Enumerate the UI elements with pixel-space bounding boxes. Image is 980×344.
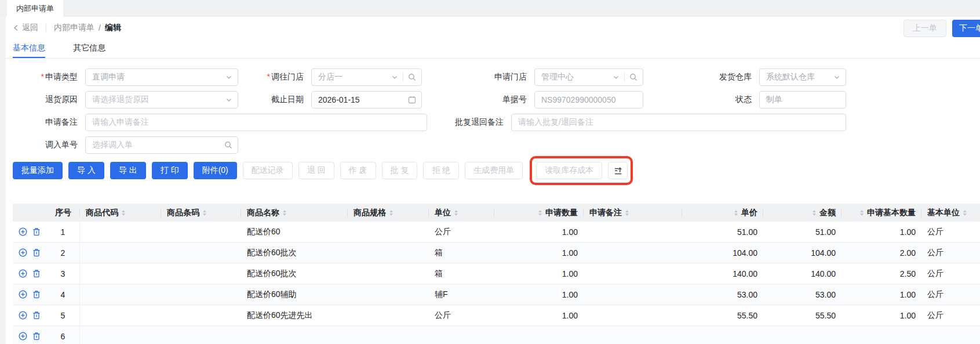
delete-row-icon[interactable] [32,311,41,320]
header-base-qty[interactable]: 申请基本数量 [841,204,921,222]
add-row-icon[interactable] [19,227,27,236]
export-button[interactable]: 导 出 [110,162,146,179]
chevron-left-icon[interactable] [13,24,19,31]
breadcrumb-parent[interactable]: 内部申请单 [54,23,94,33]
cell-unit-price[interactable]: 53.00 [682,284,763,305]
status-input[interactable]: 制单 [759,91,846,108]
deadline-date-input[interactable]: 2026-01-15 [311,91,422,108]
cell-unit-price[interactable]: 104.00 [682,242,763,263]
header-form: *申请类型 直调申请 *调往门店 分店一 申请门店 管理中心 发货仓库 系统 [6,59,980,154]
cell-apply-qty[interactable]: 1.00 [494,263,584,284]
apply-type-select[interactable]: 直调申请 [85,68,238,86]
target-store-select[interactable]: 分店一 [311,68,422,86]
header-unit[interactable]: 单位 [429,204,494,222]
header-seq: 序号 [46,204,80,222]
return-reason-select[interactable]: 请选择退货原因 [85,91,238,108]
add-row-icon[interactable] [19,311,27,320]
cell-apply-qty[interactable]: 1.00 [494,222,584,242]
cell-apply-qty[interactable]: 1.00 [494,242,584,263]
header-unit-price[interactable]: 单价 [682,204,763,222]
prev-doc-button[interactable]: 上一单 [904,20,946,37]
status-value: 制单 [766,95,840,105]
tab-basic-info[interactable]: 基本信息 [13,39,45,58]
delete-row-icon[interactable] [32,332,41,341]
sort-icon [734,210,738,216]
sort-icon [963,210,967,216]
delete-row-icon[interactable] [32,269,41,278]
cell-amount: 55.50 [763,305,841,325]
calendar-icon[interactable] [408,96,416,104]
apply-store-select[interactable]: 管理中心 [534,68,643,86]
cell-apply-qty[interactable] [494,326,584,344]
apply-remark-input[interactable]: 请输入申请备注 [85,114,427,131]
import-button[interactable]: 导 入 [68,162,104,179]
generate-fee-button[interactable]: 生成费用单 [465,162,523,179]
cell-unit: 箱 [429,263,494,284]
header-base-unit[interactable]: 基本单位 [921,204,980,222]
search-icon[interactable] [224,141,232,149]
cell-unit-price[interactable]: 55.50 [682,305,763,325]
print-button[interactable]: 打 印 [152,162,188,179]
add-row-icon[interactable] [19,248,27,257]
chevron-down-icon [225,74,232,81]
header-product-code[interactable]: 商品代码 [80,204,161,222]
status-label: 状态 [643,95,759,105]
chevron-down-icon [833,74,840,81]
header-product-name[interactable]: 商品名称 [241,204,348,222]
cell-apply-qty[interactable]: 1.00 [494,305,584,325]
cell-amount [763,326,841,344]
table-row: 3 配送价60批次 箱 1.00 140.00 140.00 2.50 公斤 [13,263,980,284]
header-spec[interactable]: 商品规格 [348,204,429,222]
cell-row-actions [13,305,46,325]
cell-apply-remark[interactable] [584,326,682,344]
sort-icon [538,210,542,216]
header-apply-qty[interactable]: 申请数量 [494,204,584,222]
back-link[interactable]: 返回 [22,23,38,33]
cell-seq: 5 [46,305,80,325]
tab-other-info[interactable]: 其它信息 [73,39,105,58]
add-row-icon[interactable] [19,290,27,299]
read-stock-cost-button[interactable]: 读取库存成本 [536,162,602,179]
delete-row-icon[interactable] [32,290,41,299]
doc-nav-buttons: 上一单 下一单 [904,20,980,37]
inbound-no-input[interactable]: 选择调入单 [85,136,238,154]
cell-apply-remark[interactable] [584,284,682,305]
header-amount[interactable]: 金额 [763,204,841,222]
approve-remark-input[interactable]: 请输入批复/退回备注 [511,114,846,131]
delete-row-icon[interactable] [32,248,41,257]
delivery-record-button[interactable]: 配送记录 [243,162,293,179]
cell-apply-remark[interactable] [584,222,682,242]
window-tab[interactable]: 内部申请单 [7,0,63,17]
header-barcode[interactable]: 商品条码 [161,204,241,222]
warehouse-select[interactable]: 系统默认仓库 [759,68,846,86]
cell-spec [348,284,429,305]
cell-row-actions [13,242,46,263]
cell-unit-price[interactable]: 51.00 [682,222,763,242]
add-row-icon[interactable] [19,332,27,341]
search-icon[interactable] [629,73,637,81]
cell-amount: 51.00 [763,222,841,242]
apply-store-value: 管理中心 [541,72,613,82]
add-row-icon[interactable] [19,269,27,278]
cell-apply-qty[interactable]: 1.00 [494,284,584,305]
approve-button[interactable]: 批 复 [382,162,418,179]
cell-unit-price[interactable] [682,326,763,344]
doc-no-input[interactable]: NS99702990000050 [534,91,643,108]
sort-icon [625,210,629,216]
cell-product-code [80,305,161,325]
reject-button[interactable]: 拒 绝 [423,162,459,179]
column-settings-button[interactable] [608,162,628,179]
delete-row-icon[interactable] [32,227,41,236]
batch-add-button[interactable]: 批量添加 [13,162,63,179]
approve-remark-label: 批复退回备注 [427,117,511,128]
next-doc-button[interactable]: 下一单 [952,20,980,37]
return-button[interactable]: 退 回 [298,162,334,179]
cell-apply-remark[interactable] [584,305,682,325]
attachment-button[interactable]: 附件(0) [194,162,237,179]
void-button[interactable]: 作 废 [340,162,376,179]
cell-apply-remark[interactable] [584,263,682,284]
search-icon[interactable] [408,73,416,81]
cell-unit-price[interactable]: 140.00 [682,263,763,284]
cell-apply-remark[interactable] [584,242,682,263]
header-apply-remark[interactable]: 申请备注 [584,204,682,222]
